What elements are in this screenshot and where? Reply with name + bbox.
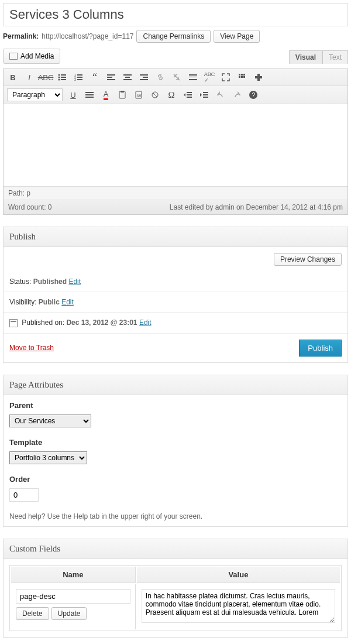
svg-rect-1: [61, 74, 66, 76]
svg-rect-21: [189, 74, 197, 76]
status-row: Status: Published Edit: [4, 272, 347, 292]
align-justify-icon[interactable]: [84, 89, 95, 101]
svg-rect-42: [203, 97, 208, 98]
svg-point-2: [58, 77, 60, 78]
tab-text[interactable]: Text: [322, 50, 348, 64]
paste-text-icon[interactable]: [116, 89, 128, 101]
page-attributes-panel: Page Attributes Parent Our Services Temp…: [3, 375, 348, 527]
underline-icon[interactable]: U: [67, 89, 79, 101]
permalink-row: Permalink: http://localhost/?page_id=117…: [0, 30, 351, 49]
add-media-button[interactable]: Add Media: [3, 49, 60, 64]
fullscreen-icon[interactable]: [220, 71, 232, 83]
move-to-trash-link[interactable]: Move to Trash: [9, 344, 54, 352]
svg-text:?: ?: [252, 92, 256, 98]
preview-row: Preview Changes: [4, 247, 347, 272]
outdent-icon[interactable]: [182, 89, 194, 101]
svg-rect-30: [85, 92, 94, 93]
svg-rect-18: [140, 74, 148, 76]
bold-icon[interactable]: B: [7, 71, 19, 83]
calendar-icon: [9, 319, 18, 327]
spellcheck-icon[interactable]: ABC✓: [204, 71, 215, 83]
toolbar-row-1: B I ABC 123 “ ABC✓: [4, 69, 347, 86]
cf-value-header: Value: [137, 567, 340, 583]
visibility-label: Visibility:: [9, 298, 36, 306]
media-tabs-row: Add Media Visual Text: [0, 49, 351, 68]
number-list-icon[interactable]: 123: [73, 71, 84, 83]
custom-fields-table: Name Value Delete Update In hac habitass…: [9, 565, 342, 631]
unlink-icon[interactable]: [171, 71, 183, 83]
toolbar-row-2: Paragraph U A W Ω ?: [4, 86, 347, 104]
last-edited: Last edited by admin on December 14, 201…: [170, 203, 343, 211]
cf-name-input[interactable]: [16, 589, 130, 604]
title-container: Services 3 Columns: [3, 3, 348, 26]
svg-rect-7: [77, 74, 82, 76]
special-char-icon[interactable]: Ω: [166, 89, 177, 101]
svg-rect-14: [107, 79, 115, 80]
remove-format-icon[interactable]: [149, 89, 161, 101]
view-page-button[interactable]: View Page: [214, 30, 260, 43]
align-right-icon[interactable]: [138, 71, 150, 83]
svg-rect-31: [85, 94, 94, 95]
help-icon[interactable]: ?: [247, 89, 259, 101]
cf-value-textarea[interactable]: In hac habitasse platea dictumst. Cras l…: [142, 589, 335, 623]
svg-rect-3: [61, 77, 66, 78]
italic-icon[interactable]: I: [23, 71, 35, 83]
bullet-list-icon[interactable]: [56, 71, 68, 83]
permalink-label: Permalink:: [3, 32, 39, 40]
template-select[interactable]: Portfolio 3 columns: [9, 451, 87, 464]
more-icon[interactable]: [187, 71, 199, 83]
link-icon[interactable]: [154, 71, 166, 83]
editor-content-area[interactable]: [4, 104, 347, 186]
redo-icon[interactable]: [231, 89, 243, 101]
svg-rect-17: [123, 79, 132, 80]
svg-rect-15: [123, 74, 132, 76]
media-icon: [9, 53, 18, 60]
svg-rect-11: [77, 79, 82, 80]
edit-status-link[interactable]: Edit: [68, 278, 81, 286]
edit-visibility-link[interactable]: Edit: [61, 298, 74, 306]
align-left-icon[interactable]: [105, 71, 117, 83]
preview-changes-button[interactable]: Preview Changes: [274, 253, 342, 266]
cf-update-button[interactable]: Update: [51, 607, 87, 620]
page-title[interactable]: Services 3 Columns: [9, 7, 342, 22]
editor-tabs: Visual Text: [289, 50, 348, 64]
svg-rect-16: [125, 77, 130, 78]
pubdate-value: Dec 13, 2012 @ 23:01: [66, 318, 137, 327]
svg-rect-23: [189, 79, 197, 80]
editor-path: Path: p: [4, 186, 347, 200]
attributes-heading: Page Attributes: [4, 375, 347, 395]
visibility-value: Public: [39, 298, 60, 306]
cf-delete-button[interactable]: Delete: [16, 607, 49, 620]
svg-rect-19: [143, 77, 148, 78]
blockquote-icon[interactable]: “: [89, 71, 101, 83]
svg-rect-22: [189, 77, 197, 77]
svg-rect-27: [239, 76, 240, 78]
edit-date-link[interactable]: Edit: [139, 318, 152, 327]
svg-point-0: [58, 74, 60, 76]
svg-point-4: [58, 79, 60, 81]
align-center-icon[interactable]: [122, 71, 133, 83]
format-select[interactable]: Paragraph: [7, 88, 63, 101]
svg-rect-26: [243, 74, 245, 76]
change-permalinks-button[interactable]: Change Permalinks: [136, 30, 211, 43]
svg-rect-5: [61, 79, 66, 80]
word-count: Word count: 0: [8, 203, 51, 211]
publish-date-row: Published on: Dec 13, 2012 @ 23:01 Edit: [4, 313, 347, 334]
svg-rect-41: [203, 94, 208, 95]
svg-rect-38: [187, 94, 192, 95]
parent-select[interactable]: Our Services: [9, 415, 91, 427]
kitchen-sink-icon[interactable]: [236, 71, 248, 83]
publish-button[interactable]: Publish: [299, 340, 342, 357]
strikethrough-icon[interactable]: ABC: [40, 71, 51, 83]
indent-icon[interactable]: [198, 89, 210, 101]
publish-panel: Publish Preview Changes Status: Publishe…: [3, 227, 348, 363]
svg-rect-39: [187, 97, 192, 98]
order-input[interactable]: [9, 488, 39, 502]
plugin-icon[interactable]: [253, 71, 264, 83]
pubdate-label: Published on:: [22, 318, 64, 327]
text-color-icon[interactable]: A: [100, 89, 112, 101]
tab-visual[interactable]: Visual: [289, 50, 322, 64]
undo-icon[interactable]: [215, 89, 226, 101]
paste-word-icon[interactable]: W: [133, 89, 144, 101]
cf-name-header: Name: [11, 567, 136, 583]
